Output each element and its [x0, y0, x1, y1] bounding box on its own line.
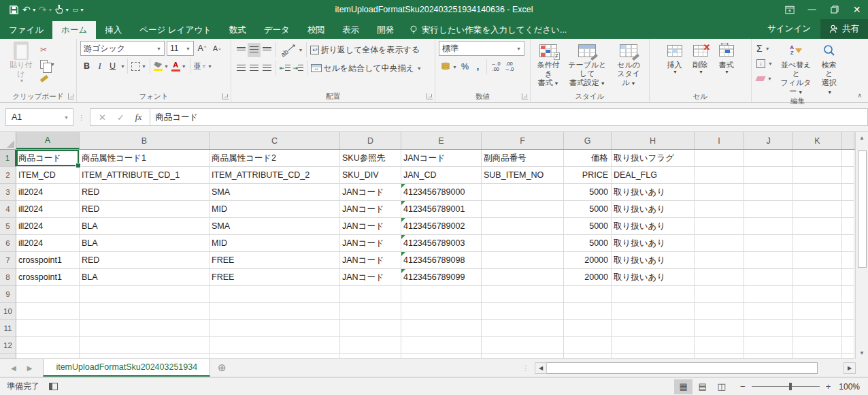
- cell-K5[interactable]: [793, 218, 842, 235]
- column-header-J[interactable]: J: [744, 132, 793, 149]
- cell-D1[interactable]: SKU参照先: [340, 150, 401, 167]
- cell-Hx[interactable]: [612, 354, 695, 359]
- comma-style-button[interactable]: ,: [471, 60, 484, 74]
- cell-A5[interactable]: ill2024: [16, 218, 80, 235]
- paste-button[interactable]: 貼り付け▼: [3, 41, 39, 91]
- cell-F1[interactable]: 副商品番号: [482, 150, 564, 167]
- format-as-table-button[interactable]: テーブルとして 書式設定▼: [564, 41, 610, 91]
- cell-K6[interactable]: [793, 235, 842, 252]
- cell-F7[interactable]: [482, 252, 564, 269]
- cell-Gx[interactable]: [564, 354, 612, 359]
- cell-Ex[interactable]: [401, 354, 482, 359]
- cell-Jx[interactable]: [744, 354, 793, 359]
- row-header-3[interactable]: 3: [0, 184, 16, 201]
- cell-A4[interactable]: ill2024: [16, 201, 80, 218]
- cell-B9[interactable]: [80, 286, 210, 303]
- percent-style-button[interactable]: %: [458, 60, 471, 74]
- normal-view-button[interactable]: ▦: [674, 379, 692, 394]
- tell-me-box[interactable]: 実行したい作業を入力してください...: [403, 21, 573, 39]
- cell-F8[interactable]: [482, 269, 564, 286]
- align-top-button[interactable]: [235, 43, 248, 57]
- name-box-dropdown-icon[interactable]: ▼: [64, 115, 69, 120]
- font-name-select[interactable]: 游ゴシック▼: [80, 41, 165, 56]
- cell-H7[interactable]: 取り扱いあり: [612, 252, 695, 269]
- cell-J8[interactable]: [744, 269, 793, 286]
- cell-K3[interactable]: [793, 184, 842, 201]
- insert-cells-button[interactable]: ← 挿入▼: [665, 41, 685, 91]
- row-header-10[interactable]: 10: [0, 303, 16, 320]
- sort-filter-button[interactable]: AZ 並べ替えと フィルター▼: [777, 41, 815, 97]
- cell-F3[interactable]: [482, 184, 564, 201]
- cell-D2[interactable]: SKU_DIV: [340, 167, 401, 184]
- cell-A11[interactable]: [16, 320, 80, 337]
- cell-H10[interactable]: [612, 303, 695, 320]
- cell-F4[interactable]: [482, 201, 564, 218]
- cell-G1[interactable]: 価格: [564, 150, 612, 167]
- cell-partial[interactable]: [842, 167, 854, 184]
- cell-B4[interactable]: RED: [80, 201, 210, 218]
- cell-G4[interactable]: 5000: [564, 201, 612, 218]
- cell-F11[interactable]: [482, 320, 564, 337]
- align-bottom-button[interactable]: [261, 43, 273, 57]
- column-header-I[interactable]: I: [695, 132, 744, 149]
- cell-C5[interactable]: SMA: [210, 218, 340, 235]
- cell-I3[interactable]: [695, 184, 744, 201]
- row-header-4[interactable]: 4: [0, 201, 16, 218]
- cell-partial[interactable]: [842, 235, 854, 252]
- clipboard-dialog-launcher[interactable]: [68, 93, 74, 99]
- cell-F2[interactable]: SUB_ITEM_NO: [482, 167, 564, 184]
- cell-J1[interactable]: [744, 150, 793, 167]
- align-right-button[interactable]: [261, 61, 273, 76]
- close-button[interactable]: ✕: [846, 0, 868, 19]
- cell-partial[interactable]: [842, 201, 854, 218]
- row-header-5[interactable]: 5: [0, 218, 16, 235]
- cell-C1[interactable]: 商品属性コード2: [210, 150, 340, 167]
- row-header-12[interactable]: 12: [0, 337, 16, 354]
- borders-button[interactable]: ▼: [130, 59, 148, 74]
- cell-D8[interactable]: JANコード: [340, 269, 401, 286]
- row-header-9[interactable]: 9: [0, 286, 16, 303]
- cell-B10[interactable]: [80, 303, 210, 320]
- currency-format-button[interactable]: ▼: [439, 60, 458, 74]
- copy-button[interactable]: ▼: [39, 57, 56, 71]
- cell-G9[interactable]: [564, 286, 612, 303]
- cell-K1[interactable]: [793, 150, 842, 167]
- cell-D4[interactable]: JANコード: [340, 201, 401, 218]
- cell-E6[interactable]: 4123456789003: [401, 235, 482, 252]
- bold-button[interactable]: B: [80, 59, 93, 74]
- ribbon-tab-2[interactable]: 挿入: [96, 21, 131, 39]
- cell-D12[interactable]: [340, 337, 401, 354]
- scroll-left-arrow[interactable]: ◀: [535, 362, 547, 374]
- column-header-partial[interactable]: [842, 132, 854, 149]
- redo-button[interactable]: ↷▼: [39, 2, 53, 17]
- cell-B2[interactable]: ITEM_ATTRIBUTE_CD_1: [80, 167, 210, 184]
- cell-I7[interactable]: [695, 252, 744, 269]
- cell-E9[interactable]: [401, 286, 482, 303]
- font-dialog-launcher[interactable]: [222, 93, 229, 99]
- cell-K11[interactable]: [793, 320, 842, 337]
- cell-B6[interactable]: BLA: [80, 235, 210, 252]
- cell-I4[interactable]: [695, 201, 744, 218]
- cell-Bx[interactable]: [80, 354, 210, 359]
- column-header-E[interactable]: E: [401, 132, 482, 149]
- cell-partial[interactable]: [842, 337, 854, 354]
- cell-C4[interactable]: MID: [210, 201, 340, 218]
- increase-indent-button[interactable]: ⇥: [292, 61, 305, 76]
- vertical-scrollbar[interactable]: ▲ ▼: [855, 132, 868, 359]
- cell-partial[interactable]: [842, 286, 854, 303]
- cell-H1[interactable]: 取り扱いフラグ: [612, 150, 695, 167]
- cell-D10[interactable]: [340, 303, 401, 320]
- cell-C6[interactable]: MID: [210, 235, 340, 252]
- confirm-entry-button[interactable]: ✓: [117, 112, 124, 123]
- increase-decimal-button[interactable]: ←.0.00: [489, 61, 503, 72]
- page-break-view-button[interactable]: ◫: [712, 379, 731, 394]
- ribbon-tab-1[interactable]: ホーム: [52, 21, 96, 39]
- cancel-entry-button[interactable]: ✕: [99, 112, 106, 123]
- macro-record-icon[interactable]: [49, 383, 58, 390]
- cell-Dx[interactable]: [340, 354, 401, 359]
- row-header-partial[interactable]: [0, 354, 16, 359]
- fill-button[interactable]: ↓▼: [755, 57, 774, 70]
- cell-G11[interactable]: [564, 320, 612, 337]
- selected-cell-A1[interactable]: 商品コード: [16, 150, 80, 167]
- cell-E7[interactable]: 4123456789098: [401, 252, 482, 269]
